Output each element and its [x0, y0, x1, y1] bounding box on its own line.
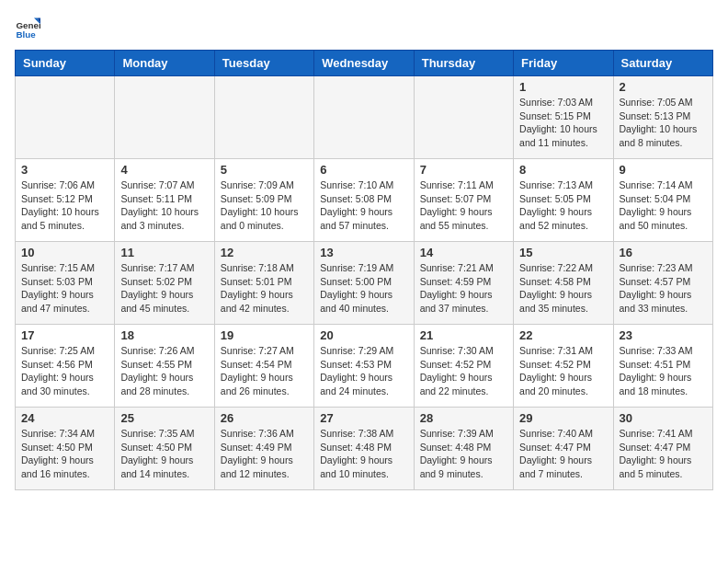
day-number: 18: [120, 328, 208, 342]
calendar-table: SundayMondayTuesdayWednesdayThursdayFrid…: [15, 50, 713, 490]
calendar-cell: 7Sunrise: 7:11 AM Sunset: 5:07 PM Daylig…: [414, 159, 513, 242]
day-number: 19: [221, 328, 308, 342]
day-number: 13: [320, 246, 407, 259]
day-info: Sunrise: 7:40 AM Sunset: 4:47 PM Dayligh…: [519, 427, 607, 481]
logo: General Blue: [15, 15, 40, 40]
weekday-header-thursday: Thursday: [414, 51, 513, 76]
calendar-cell: 21Sunrise: 7:30 AM Sunset: 4:52 PM Dayli…: [414, 325, 513, 408]
calendar-cell: 20Sunrise: 7:29 AM Sunset: 4:53 PM Dayli…: [314, 325, 414, 408]
day-number: 7: [420, 163, 507, 177]
calendar-cell: 23Sunrise: 7:33 AM Sunset: 4:51 PM Dayli…: [613, 325, 712, 408]
calendar-week-2: 3Sunrise: 7:06 AM Sunset: 5:12 PM Daylig…: [16, 159, 713, 242]
logo-icon: General Blue: [15, 15, 40, 40]
day-number: 5: [221, 163, 308, 177]
day-number: 2: [620, 80, 707, 94]
day-info: Sunrise: 7:05 AM Sunset: 5:13 PM Dayligh…: [620, 96, 707, 150]
day-info: Sunrise: 7:23 AM Sunset: 4:57 PM Dayligh…: [620, 261, 707, 316]
day-number: 28: [420, 411, 507, 425]
calendar-cell: 27Sunrise: 7:38 AM Sunset: 4:48 PM Dayli…: [314, 408, 414, 490]
calendar-cell: 3Sunrise: 7:06 AM Sunset: 5:12 PM Daylig…: [16, 159, 115, 242]
calendar-cell: [214, 76, 313, 159]
day-number: 10: [21, 246, 108, 259]
day-number: 15: [519, 246, 607, 259]
svg-text:Blue: Blue: [16, 29, 36, 40]
calendar-cell: 19Sunrise: 7:27 AM Sunset: 4:54 PM Dayli…: [214, 325, 313, 408]
calendar-cell: [414, 76, 513, 159]
calendar-cell: 2Sunrise: 7:05 AM Sunset: 5:13 PM Daylig…: [613, 76, 712, 159]
day-number: 23: [620, 328, 707, 342]
day-number: 12: [221, 246, 308, 259]
calendar-week-4: 17Sunrise: 7:25 AM Sunset: 4:56 PM Dayli…: [16, 325, 713, 408]
calendar-week-5: 24Sunrise: 7:34 AM Sunset: 4:50 PM Dayli…: [16, 408, 713, 490]
calendar-cell: 1Sunrise: 7:03 AM Sunset: 5:15 PM Daylig…: [514, 76, 613, 159]
day-info: Sunrise: 7:30 AM Sunset: 4:52 PM Dayligh…: [420, 344, 507, 398]
calendar-cell: 14Sunrise: 7:21 AM Sunset: 4:59 PM Dayli…: [414, 242, 513, 325]
day-number: 9: [620, 163, 707, 177]
day-number: 14: [420, 246, 507, 259]
calendar-cell: 4Sunrise: 7:07 AM Sunset: 5:11 PM Daylig…: [115, 159, 214, 242]
calendar-cell: 10Sunrise: 7:15 AM Sunset: 5:03 PM Dayli…: [16, 242, 115, 325]
day-number: 6: [320, 163, 407, 177]
day-info: Sunrise: 7:18 AM Sunset: 5:01 PM Dayligh…: [221, 261, 308, 316]
calendar-week-3: 10Sunrise: 7:15 AM Sunset: 5:03 PM Dayli…: [16, 242, 713, 325]
weekday-header-wednesday: Wednesday: [314, 51, 414, 76]
day-info: Sunrise: 7:25 AM Sunset: 4:56 PM Dayligh…: [21, 344, 108, 398]
calendar-cell: 26Sunrise: 7:36 AM Sunset: 4:49 PM Dayli…: [214, 408, 313, 490]
day-info: Sunrise: 7:36 AM Sunset: 4:49 PM Dayligh…: [221, 427, 308, 481]
calendar-cell: 28Sunrise: 7:39 AM Sunset: 4:48 PM Dayli…: [414, 408, 513, 490]
day-info: Sunrise: 7:19 AM Sunset: 5:00 PM Dayligh…: [320, 261, 407, 316]
day-number: 24: [21, 411, 108, 425]
calendar-cell: [16, 76, 115, 159]
day-info: Sunrise: 7:13 AM Sunset: 5:05 PM Dayligh…: [519, 178, 607, 233]
day-info: Sunrise: 7:14 AM Sunset: 5:04 PM Dayligh…: [620, 178, 707, 233]
day-info: Sunrise: 7:15 AM Sunset: 5:03 PM Dayligh…: [21, 261, 108, 316]
calendar-cell: 17Sunrise: 7:25 AM Sunset: 4:56 PM Dayli…: [16, 325, 115, 408]
calendar-cell: 13Sunrise: 7:19 AM Sunset: 5:00 PM Dayli…: [314, 242, 414, 325]
day-info: Sunrise: 7:09 AM Sunset: 5:09 PM Dayligh…: [221, 178, 308, 233]
day-info: Sunrise: 7:39 AM Sunset: 4:48 PM Dayligh…: [420, 427, 507, 481]
day-number: 29: [519, 411, 607, 425]
calendar-cell: 16Sunrise: 7:23 AM Sunset: 4:57 PM Dayli…: [613, 242, 712, 325]
weekday-header-friday: Friday: [514, 51, 613, 76]
weekday-header-monday: Monday: [115, 51, 214, 76]
weekday-header-tuesday: Tuesday: [214, 51, 313, 76]
day-number: 26: [221, 411, 308, 425]
day-number: 20: [320, 328, 407, 342]
calendar-cell: 22Sunrise: 7:31 AM Sunset: 4:52 PM Dayli…: [514, 325, 613, 408]
calendar-cell: 9Sunrise: 7:14 AM Sunset: 5:04 PM Daylig…: [613, 159, 712, 242]
calendar-week-1: 1Sunrise: 7:03 AM Sunset: 5:15 PM Daylig…: [16, 76, 713, 159]
calendar-cell: 8Sunrise: 7:13 AM Sunset: 5:05 PM Daylig…: [514, 159, 613, 242]
day-info: Sunrise: 7:34 AM Sunset: 4:50 PM Dayligh…: [21, 427, 108, 481]
calendar-cell: 29Sunrise: 7:40 AM Sunset: 4:47 PM Dayli…: [514, 408, 613, 490]
day-info: Sunrise: 7:21 AM Sunset: 4:59 PM Dayligh…: [420, 261, 507, 316]
day-info: Sunrise: 7:33 AM Sunset: 4:51 PM Dayligh…: [620, 344, 707, 398]
day-info: Sunrise: 7:27 AM Sunset: 4:54 PM Dayligh…: [221, 344, 308, 398]
day-number: 4: [120, 163, 208, 177]
day-number: 8: [519, 163, 607, 177]
day-number: 16: [620, 246, 707, 259]
calendar-cell: [314, 76, 414, 159]
calendar-cell: [115, 76, 214, 159]
day-info: Sunrise: 7:26 AM Sunset: 4:55 PM Dayligh…: [120, 344, 208, 398]
day-number: 21: [420, 328, 507, 342]
day-info: Sunrise: 7:38 AM Sunset: 4:48 PM Dayligh…: [320, 427, 407, 481]
day-info: Sunrise: 7:03 AM Sunset: 5:15 PM Dayligh…: [519, 96, 607, 150]
calendar-cell: 30Sunrise: 7:41 AM Sunset: 4:47 PM Dayli…: [613, 408, 712, 490]
calendar-cell: 5Sunrise: 7:09 AM Sunset: 5:09 PM Daylig…: [214, 159, 313, 242]
day-info: Sunrise: 7:41 AM Sunset: 4:47 PM Dayligh…: [620, 427, 707, 481]
day-number: 17: [21, 328, 108, 342]
calendar-cell: 24Sunrise: 7:34 AM Sunset: 4:50 PM Dayli…: [16, 408, 115, 490]
day-number: 30: [620, 411, 707, 425]
day-number: 1: [519, 80, 607, 94]
weekday-header-sunday: Sunday: [16, 51, 115, 76]
day-info: Sunrise: 7:29 AM Sunset: 4:53 PM Dayligh…: [320, 344, 407, 398]
day-number: 11: [120, 246, 208, 259]
day-number: 25: [120, 411, 208, 425]
day-info: Sunrise: 7:31 AM Sunset: 4:52 PM Dayligh…: [519, 344, 607, 398]
day-info: Sunrise: 7:35 AM Sunset: 4:50 PM Dayligh…: [120, 427, 208, 481]
day-number: 3: [21, 163, 108, 177]
weekday-header-saturday: Saturday: [613, 51, 712, 76]
day-info: Sunrise: 7:17 AM Sunset: 5:02 PM Dayligh…: [120, 261, 208, 316]
day-info: Sunrise: 7:22 AM Sunset: 4:58 PM Dayligh…: [519, 261, 607, 316]
day-info: Sunrise: 7:06 AM Sunset: 5:12 PM Dayligh…: [21, 178, 108, 233]
